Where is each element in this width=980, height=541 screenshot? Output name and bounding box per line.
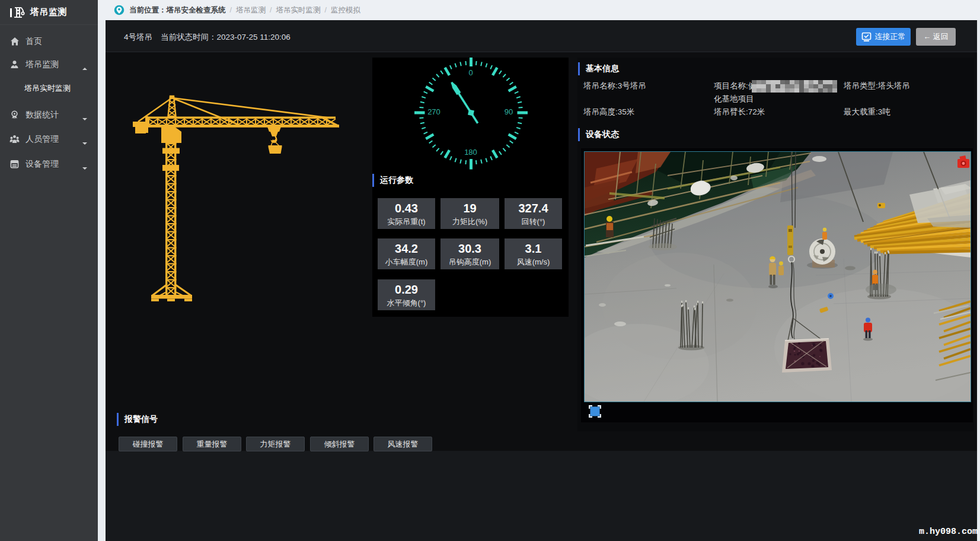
svg-text:270: 270	[427, 107, 440, 116]
svg-text:90: 90	[505, 107, 513, 116]
svg-text:180: 180	[464, 148, 477, 157]
svg-text:0: 0	[468, 68, 473, 77]
